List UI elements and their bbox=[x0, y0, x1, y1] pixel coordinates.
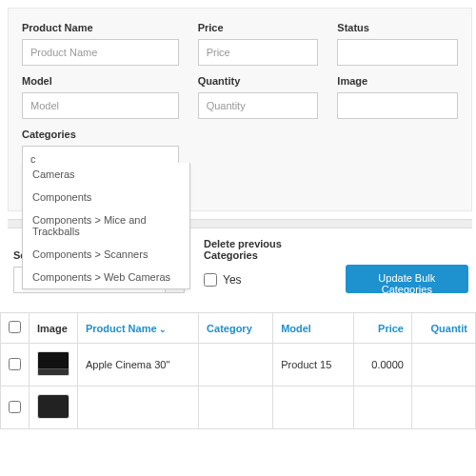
cell-product-name bbox=[78, 387, 199, 429]
autocomplete-item[interactable]: Components > Scanners bbox=[23, 243, 189, 266]
categories-label: Categories bbox=[22, 129, 179, 140]
cell-price bbox=[353, 387, 411, 429]
col-price[interactable]: Price bbox=[353, 313, 411, 344]
filter-row-1: Product Name Price Status bbox=[22, 22, 458, 66]
categories-autocomplete: Cameras Components Components > Mice and… bbox=[22, 163, 190, 289]
model-input[interactable] bbox=[22, 92, 179, 119]
filter-panel: Product Name Price Status Model Quantity… bbox=[8, 8, 472, 211]
update-bulk-categories-button[interactable]: Update Bulk Categories bbox=[346, 265, 468, 293]
col-quantity[interactable]: Quantit bbox=[411, 313, 475, 344]
image-input[interactable] bbox=[337, 92, 458, 119]
col-product-name[interactable]: Product Name⌄ bbox=[78, 313, 199, 344]
sort-caret-icon: ⌄ bbox=[159, 325, 167, 334]
product-name-label: Product Name bbox=[22, 22, 179, 33]
cell-quantity bbox=[411, 344, 475, 387]
model-label: Model bbox=[22, 75, 179, 87]
status-input[interactable] bbox=[337, 39, 458, 66]
image-label: Image bbox=[337, 75, 458, 87]
autocomplete-item[interactable]: Cameras bbox=[23, 163, 189, 186]
table-row: Apple Cinema 30" Product 15 0.0000 bbox=[1, 344, 476, 387]
cell-model bbox=[273, 387, 354, 429]
autocomplete-item[interactable]: Components > Web Cameras bbox=[23, 266, 189, 288]
cell-quantity bbox=[411, 387, 475, 429]
col-image: Image bbox=[30, 313, 78, 344]
price-input[interactable] bbox=[198, 39, 319, 66]
product-thumbnail bbox=[37, 394, 69, 419]
cell-product-name: Apple Cinema 30" bbox=[78, 344, 199, 387]
delete-prev-checkbox[interactable] bbox=[204, 273, 217, 287]
cell-category bbox=[199, 344, 273, 387]
autocomplete-item[interactable]: Components bbox=[23, 186, 189, 208]
price-label: Price bbox=[198, 22, 319, 33]
row-checkbox[interactable] bbox=[9, 358, 21, 370]
product-thumbnail bbox=[37, 351, 69, 376]
product-name-input[interactable] bbox=[22, 39, 179, 66]
delete-prev-option: Yes bbox=[223, 273, 242, 287]
status-label: Status bbox=[337, 22, 458, 33]
cell-model: Product 15 bbox=[273, 344, 354, 387]
select-all-checkbox[interactable] bbox=[9, 321, 21, 333]
filter-row-2: Model Quantity Image bbox=[22, 75, 458, 119]
delete-prev-label: Delete previous Categories bbox=[204, 238, 327, 261]
products-table: Image Product Name⌄ Category Model Price… bbox=[0, 312, 476, 429]
quantity-input[interactable] bbox=[198, 92, 319, 119]
table-header-row: Image Product Name⌄ Category Model Price… bbox=[1, 313, 476, 344]
autocomplete-item[interactable]: Components > Mice and Trackballs bbox=[23, 208, 189, 243]
row-checkbox[interactable] bbox=[9, 401, 21, 413]
col-category[interactable]: Category bbox=[199, 313, 273, 344]
table-row bbox=[1, 387, 476, 429]
quantity-label: Quantity bbox=[198, 75, 319, 87]
cell-price: 0.0000 bbox=[353, 344, 411, 387]
col-model[interactable]: Model bbox=[273, 313, 354, 344]
cell-category bbox=[199, 387, 273, 429]
